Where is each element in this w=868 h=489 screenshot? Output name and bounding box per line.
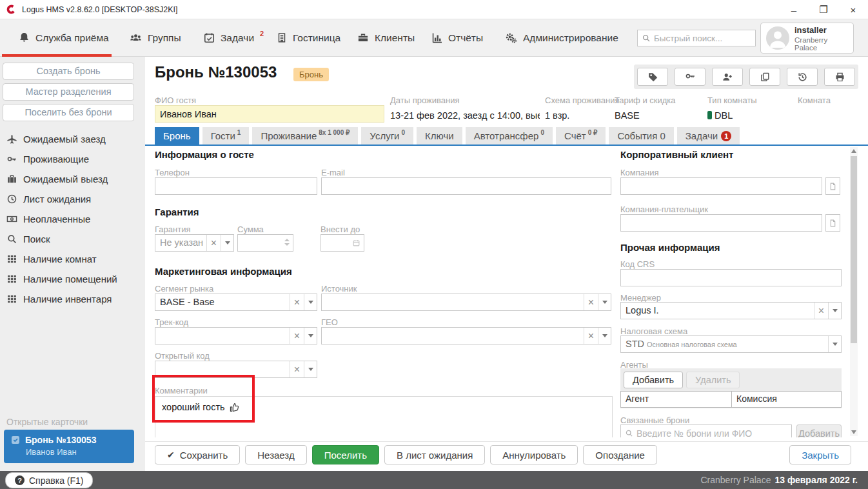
minimize-button[interactable]: – bbox=[779, 0, 809, 19]
linked-add-button[interactable]: Добавить bbox=[796, 424, 842, 437]
sidebar-item-search[interactable]: Поиск bbox=[0, 229, 137, 249]
clear-icon[interactable] bbox=[584, 294, 598, 310]
sidebar-item-expected-departure[interactable]: Ожидаемый выезд bbox=[0, 169, 137, 189]
close-button[interactable]: × bbox=[838, 0, 868, 19]
close-card-button[interactable]: Закрыть bbox=[789, 445, 851, 464]
agents-remove-button[interactable]: Удалить bbox=[686, 372, 740, 388]
print-button[interactable] bbox=[824, 68, 855, 86]
create-booking-button[interactable]: Создать бронь bbox=[3, 63, 134, 80]
quick-search[interactable] bbox=[637, 30, 756, 46]
split-wizard-button[interactable]: Мастер разделения bbox=[3, 83, 134, 101]
chevron-down-icon[interactable] bbox=[598, 294, 611, 310]
chevron-down-icon[interactable] bbox=[598, 328, 611, 344]
tab-stay[interactable]: Проживание8х 1 000 ₽ bbox=[252, 127, 358, 145]
company-card-button[interactable] bbox=[825, 177, 840, 195]
grid-icon bbox=[6, 274, 17, 284]
check-in-button[interactable]: Поселить bbox=[312, 445, 379, 464]
sidebar-item-space-availability[interactable]: Наличие помещений bbox=[0, 269, 137, 289]
stepper-icon[interactable] bbox=[284, 239, 290, 246]
nav-item-groups[interactable]: Группы bbox=[129, 19, 181, 56]
sidebar-item-in-house[interactable]: Проживающие bbox=[0, 149, 137, 169]
chevron-down-icon[interactable] bbox=[304, 328, 317, 344]
guarantee-type-label: Гарантия bbox=[155, 225, 190, 234]
other-info-title: Прочая информация bbox=[620, 242, 720, 253]
tab-services[interactable]: Услуги0 bbox=[361, 127, 413, 145]
tab-keys[interactable]: Ключи bbox=[417, 127, 462, 145]
sidebar-item-waitlist[interactable]: Лист ожидания bbox=[0, 189, 137, 209]
tab-guests[interactable]: Гости1 bbox=[202, 127, 250, 145]
waitlist-button[interactable]: В лист ожидания bbox=[384, 445, 485, 464]
payer-company-input[interactable] bbox=[620, 214, 822, 232]
nav-item-reports[interactable]: Отчёты bbox=[431, 19, 483, 56]
linked-bookings-input[interactable] bbox=[636, 428, 787, 438]
source-select[interactable] bbox=[321, 294, 611, 311]
key-button[interactable] bbox=[675, 68, 705, 86]
guarantee-type-select[interactable]: Не указан bbox=[155, 234, 234, 252]
geo-select[interactable] bbox=[321, 327, 611, 344]
guest-name-input[interactable] bbox=[155, 105, 384, 123]
tab-booking[interactable]: Бронь bbox=[155, 127, 199, 145]
payer-card-button[interactable] bbox=[825, 214, 840, 232]
no-show-button[interactable]: Незаезд bbox=[245, 445, 306, 464]
clear-icon[interactable] bbox=[584, 328, 598, 344]
nav-item-hotel[interactable]: Гостиница bbox=[276, 19, 340, 56]
history-button[interactable] bbox=[787, 68, 818, 86]
segment-select[interactable]: BASE - Base bbox=[155, 294, 317, 311]
clear-icon[interactable] bbox=[290, 328, 304, 344]
save-button[interactable]: Сохранить bbox=[155, 445, 240, 464]
crs-code-input[interactable] bbox=[620, 269, 842, 286]
email-input[interactable] bbox=[321, 177, 611, 195]
tab-folio[interactable]: Счёт0 ₽ bbox=[556, 127, 606, 145]
tab-events[interactable]: События 0 bbox=[609, 127, 673, 145]
document-icon bbox=[829, 219, 837, 228]
window-title: Logus HMS v2.8.62.0 [DESKTOP-38SJ2KI] bbox=[22, 5, 178, 14]
chevron-down-icon[interactable] bbox=[828, 303, 841, 319]
sidebar-item-expected-arrival[interactable]: Ожидаемый заезд bbox=[0, 129, 137, 149]
tab-tasks[interactable]: Задачи1 bbox=[677, 127, 740, 145]
clear-icon[interactable] bbox=[206, 235, 221, 251]
nav-item-clients[interactable]: Клиенты bbox=[357, 19, 415, 56]
sidebar-item-unpaid[interactable]: Неоплаченные bbox=[0, 209, 137, 229]
tab-transfer[interactable]: Автотрансфер0 bbox=[466, 127, 553, 145]
company-input[interactable] bbox=[620, 177, 822, 195]
chevron-down-icon[interactable] bbox=[304, 294, 317, 310]
scroll-up-icon[interactable] bbox=[851, 149, 856, 153]
tag-button[interactable] bbox=[637, 68, 668, 86]
late-button[interactable]: Опоздание bbox=[583, 445, 657, 464]
nav-item-front-desk[interactable]: Служба приёма bbox=[18, 19, 109, 56]
guarantee-due-input[interactable] bbox=[321, 234, 364, 252]
clear-icon[interactable] bbox=[290, 361, 304, 377]
user-panel[interactable]: installer Cranberry Palace bbox=[760, 23, 854, 54]
guarantee-amount-input[interactable] bbox=[237, 234, 293, 252]
phone-input[interactable] bbox=[155, 177, 317, 195]
manager-select[interactable]: Logus I. bbox=[620, 302, 842, 319]
form-scrollbar[interactable] bbox=[850, 147, 858, 436]
linked-bookings-search[interactable] bbox=[620, 424, 792, 437]
scroll-down-icon[interactable] bbox=[851, 430, 856, 434]
sidebar-item-inventory-availability[interactable]: Наличие инвентаря bbox=[0, 289, 137, 309]
scroll-thumb[interactable] bbox=[851, 156, 857, 343]
chevron-down-icon[interactable] bbox=[828, 336, 841, 352]
agents-add-button[interactable]: Добавить bbox=[624, 372, 683, 388]
open-card-booking[interactable]: Бронь №130053 Иванов Иван bbox=[4, 430, 134, 463]
occupancy-label: Схема проживания bbox=[545, 95, 620, 105]
history-icon bbox=[797, 72, 808, 83]
annul-button[interactable]: Аннулировать bbox=[490, 445, 578, 464]
calendar-icon[interactable] bbox=[352, 239, 360, 247]
quick-search-input[interactable] bbox=[654, 34, 768, 43]
copy-button[interactable] bbox=[749, 68, 780, 86]
chevron-down-icon[interactable] bbox=[221, 235, 233, 251]
clear-icon[interactable] bbox=[290, 294, 304, 310]
add-guest-button[interactable] bbox=[712, 68, 743, 86]
clear-icon[interactable] bbox=[814, 303, 828, 319]
help-button[interactable]: Справка (F1) bbox=[5, 472, 93, 488]
checkin-without-booking-button[interactable]: Поселить без брони bbox=[3, 104, 134, 121]
track-code-select[interactable] bbox=[155, 327, 317, 344]
nav-item-tasks[interactable]: Задачи2 bbox=[203, 19, 264, 56]
chevron-down-icon[interactable] bbox=[304, 361, 317, 377]
nav-item-administration[interactable]: Администрирование bbox=[504, 19, 618, 56]
building-icon bbox=[276, 32, 288, 44]
sidebar-item-room-availability[interactable]: Наличие комнат bbox=[0, 249, 137, 269]
tax-scheme-select[interactable]: STD Основная налоговая схема bbox=[620, 335, 842, 353]
maximize-button[interactable]: ❐ bbox=[809, 0, 838, 19]
